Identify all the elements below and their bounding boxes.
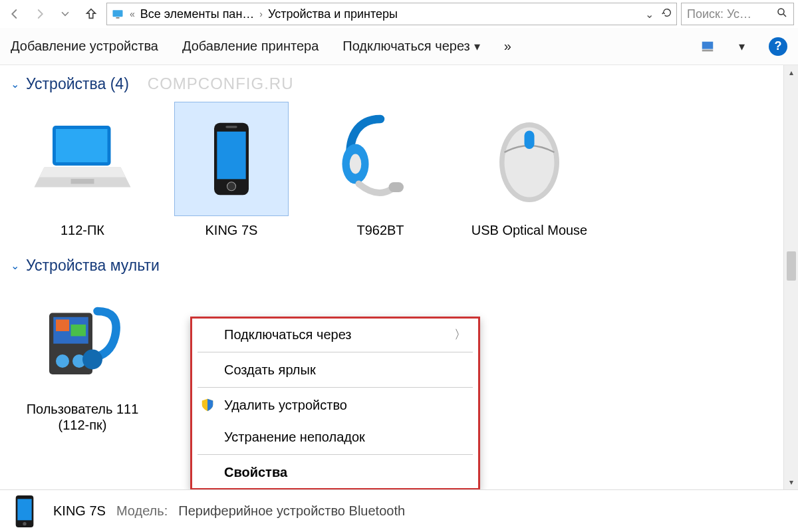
view-options-dropdown-icon[interactable]: ▾ [739, 39, 745, 54]
details-thumbnail [9, 494, 40, 529]
ctx-item-label: Устранение неполадок [224, 430, 365, 445]
device-label: 112-ПК [61, 222, 104, 238]
toolbar-connect-via[interactable]: Подключаться через ▾ [342, 39, 480, 54]
collapse-icon[interactable]: ⌄ [11, 259, 19, 272]
address-bar: « Все элементы пан… › Устройства и принт… [0, 0, 798, 28]
group-title: Устройства (4) [26, 75, 129, 93]
svg-point-13 [350, 154, 362, 174]
device-label: USB Optical Mouse [471, 222, 588, 238]
svg-point-10 [227, 182, 236, 191]
toolbar: Добавление устройства Добавление принтер… [0, 28, 798, 65]
toolbar-add-device[interactable]: Добавление устройства [11, 39, 158, 54]
scroll-down-icon[interactable]: ▾ [784, 475, 798, 489]
device-item-t962bt[interactable]: T962BT [321, 102, 440, 238]
smartphone-icon [11, 493, 38, 529]
uac-shield-icon [200, 398, 215, 412]
breadcrumb-current[interactable]: Устройства и принтеры [268, 7, 398, 21]
ctx-separator [198, 352, 473, 352]
toolbar-add-printer[interactable]: Добавление принтера [182, 39, 319, 54]
ctx-properties[interactable]: Свойства [192, 456, 478, 488]
svg-point-2 [778, 9, 784, 15]
device-label: KING 7S [205, 222, 258, 238]
details-model-label: Модель: [116, 503, 168, 519]
address-refresh-icon[interactable] [662, 7, 672, 21]
svg-point-22 [56, 354, 69, 368]
ctx-remove-device[interactable]: Удалить устройство [192, 389, 478, 421]
device-label: T962BT [356, 222, 404, 238]
search-placeholder: Поиск: Ус… [687, 7, 751, 21]
group-title: Устройства мульти [26, 257, 160, 275]
svg-rect-26 [17, 499, 31, 520]
control-panel-icon [111, 7, 124, 21]
device-row: 112-ПК KING 7S [0, 98, 798, 238]
device-item-mouse[interactable]: USB Optical Mouse [469, 102, 589, 238]
content-pane: ⌄ Устройства (4) COMPCONFIG.RU 112-ПК [0, 65, 798, 489]
ctx-item-label: Удалить устройство [224, 398, 347, 413]
svg-rect-17 [525, 131, 535, 150]
group-header-devices[interactable]: ⌄ Устройства (4) COMPCONFIG.RU [0, 65, 798, 98]
search-icon[interactable] [776, 7, 788, 22]
device-item-112pk[interactable]: 112-ПК [23, 102, 142, 238]
media-device-icon [33, 288, 132, 388]
vertical-scrollbar[interactable]: ▴ ▾ [783, 65, 798, 489]
ctx-troubleshoot[interactable]: Устранение неполадок [192, 421, 478, 453]
group-header-multimedia[interactable]: ⌄ Устройства мульти [0, 238, 798, 280]
address-dropdown-icon[interactable]: ⌄ [645, 8, 654, 21]
svg-rect-11 [225, 126, 237, 128]
device-item-king7s[interactable]: KING 7S [172, 102, 291, 238]
collapse-icon[interactable]: ⌄ [11, 78, 19, 90]
scrollbar-thumb[interactable] [787, 251, 796, 281]
view-options-button[interactable] [700, 39, 715, 54]
bt-headset-icon [331, 109, 430, 209]
ctx-separator [198, 387, 473, 388]
svg-rect-9 [217, 132, 245, 180]
toolbar-overflow[interactable]: » [504, 39, 511, 54]
ctx-item-label: Создать ярлык [224, 362, 316, 378]
ctx-create-shortcut[interactable]: Создать ярлык [192, 354, 478, 386]
nav-up-button[interactable] [80, 3, 102, 25]
breadcrumb-double-chevron-icon: « [128, 9, 136, 19]
watermark-text: COMPCONFIG.RU [148, 74, 294, 93]
breadcrumb-chevron-icon: › [258, 9, 264, 19]
ctx-item-label: Свойства [224, 465, 287, 480]
svg-rect-0 [113, 10, 123, 17]
context-menu: Подключаться через 〉 Создать ярлык Удали… [190, 317, 480, 489]
svg-rect-7 [71, 179, 94, 184]
svg-rect-3 [702, 41, 714, 49]
nav-forward-button[interactable] [29, 3, 51, 25]
breadcrumb-parent[interactable]: Все элементы пан… [140, 7, 255, 21]
submenu-arrow-icon: 〉 [454, 327, 466, 342]
ctx-connect-via[interactable]: Подключаться через 〉 [192, 319, 478, 350]
help-button[interactable]: ? [769, 37, 787, 56]
device-item-media[interactable]: Пользователь 111 (112-пк) [23, 281, 142, 433]
search-input[interactable]: Поиск: Ус… [681, 3, 794, 25]
scroll-up-icon[interactable]: ▴ [784, 65, 798, 80]
svg-point-24 [82, 350, 102, 370]
svg-rect-1 [116, 17, 120, 19]
svg-rect-20 [56, 320, 69, 332]
svg-rect-21 [71, 325, 86, 336]
svg-point-27 [23, 522, 26, 525]
ctx-item-label: Подключаться через [224, 327, 352, 342]
details-model-value: Периферийное устройство Bluetooth [178, 503, 405, 519]
recent-locations-button[interactable] [55, 3, 76, 25]
laptop-icon [33, 109, 132, 209]
mouse-icon [479, 109, 579, 209]
svg-rect-6 [56, 129, 108, 162]
toolbar-connect-via-label: Подключаться через [342, 39, 470, 54]
details-device-name: KING 7S [53, 503, 106, 519]
dropdown-icon: ▾ [474, 39, 480, 54]
breadcrumb-bar[interactable]: « Все элементы пан… › Устройства и принт… [106, 3, 677, 25]
device-label: Пользователь 111 (112-пк) [23, 401, 142, 433]
details-pane: KING 7S Модель: Периферийное устройство … [0, 489, 798, 532]
nav-back-button[interactable] [4, 3, 25, 25]
smartphone-icon [188, 109, 275, 209]
svg-rect-4 [702, 49, 714, 51]
svg-rect-14 [389, 182, 404, 192]
ctx-separator [198, 454, 473, 455]
